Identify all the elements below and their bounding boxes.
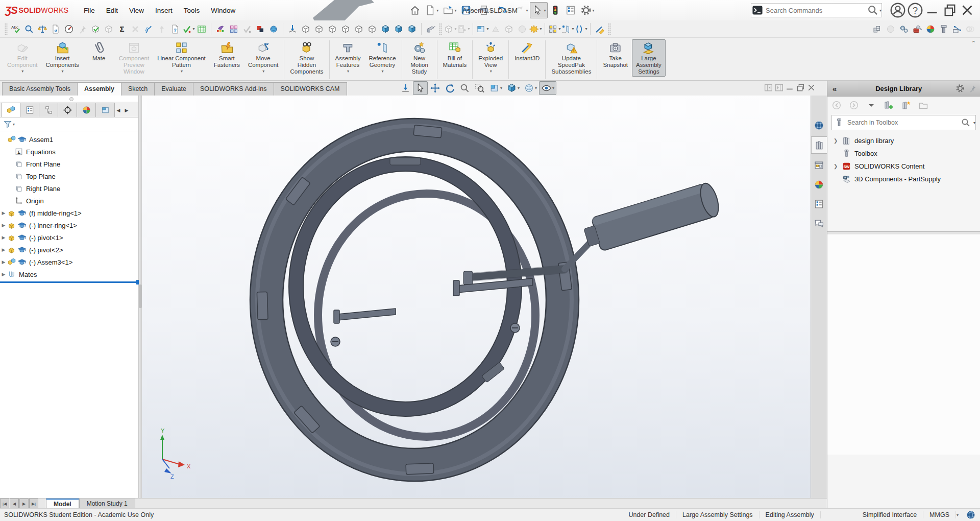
expand-chevron-icon[interactable]: ▶ [0,223,7,228]
toolbar-drag-grip[interactable] [608,23,611,35]
undercut-analysis-button[interactable] [502,22,516,36]
close-graphics-button[interactable] [806,82,817,93]
create-new-folder-button[interactable] [918,100,928,110]
minimize-graphics-button[interactable] [785,82,795,93]
sphere-tool-button[interactable] [884,22,897,36]
bill-of-materials-button[interactable]: Bill ofMaterials [439,39,471,70]
tab-nav-1-button[interactable]: ◀ [10,499,19,509]
tree-item-assem1[interactable]: Assem1 [0,133,138,146]
help-button[interactable]: ? [906,3,924,18]
apply-scene-button[interactable] [424,22,437,36]
tab-basic-assembly-tools[interactable]: Basic Assembly Tools [2,82,78,96]
tree-item-pivot-2[interactable]: ▶(-) pivot<2> [0,244,138,256]
manager-tab-featuremanager[interactable] [1,103,20,117]
menu-view[interactable]: View [124,0,150,20]
print-dropdown-icon[interactable]: ▾ [490,8,492,13]
hide-component-button[interactable]: ▾ [444,22,457,36]
menu-insert[interactable]: Insert [150,0,178,20]
view-orientation-button[interactable]: ▾ [504,81,522,95]
tree-item-front-plane[interactable]: Front Plane [0,158,138,170]
design-checker-button[interactable]: ▾ [182,22,195,36]
undo-button[interactable]: ▾ [494,2,512,18]
tree-item-mates[interactable]: ▶Mates [0,268,138,280]
toolbar-drag-grip[interactable] [439,23,442,35]
view-right-button[interactable] [339,22,352,36]
taskpane-comments-button[interactable] [812,215,827,231]
section-view-dropdown-icon[interactable]: ▾ [500,86,502,90]
appearances-button[interactable] [214,22,227,36]
verification-check-button[interactable] [89,22,102,36]
undo-dropdown-icon[interactable]: ▾ [508,8,510,13]
tab-sketch[interactable]: Sketch [121,82,155,96]
3d-views-button[interactable] [267,22,280,36]
edit-component-dropdown-icon[interactable]: ▾ [21,69,23,74]
home-button[interactable] [407,2,423,18]
gears-tool-button[interactable] [897,22,911,36]
sensor-button[interactable] [76,22,89,36]
status-simplified-interface[interactable]: Simplified Interface [856,511,923,518]
dropdown-button[interactable] [866,100,876,110]
redo-dropdown-icon[interactable]: ▾ [526,8,528,13]
user-account-button[interactable] [889,3,906,18]
expand-chevron-icon[interactable]: ▶ [0,272,7,277]
close-button[interactable] [959,3,976,18]
search-dropdown-icon[interactable]: ▾ [879,8,881,13]
file-properties-button[interactable] [563,2,578,18]
view-bottom-button[interactable] [365,22,379,36]
view-front-button[interactable] [299,22,312,36]
filter-funnel-icon[interactable] [3,120,12,129]
view-isometric-button[interactable] [379,22,392,36]
equations-button[interactable]: Σ [115,22,129,36]
tree-item-assem3-1[interactable]: ▶(-) Assem3<1> [0,256,138,268]
tree-item-pivot-1[interactable]: ▶(-) pivot<1> [0,231,138,244]
tab-nav-2-button[interactable]: ▶ [19,499,29,509]
menu-tools[interactable]: Tools [178,0,206,20]
reference-geometry-button[interactable]: ▾ [561,22,574,36]
tree-item-origin[interactable]: Origin [0,195,138,207]
smart-fasteners-button[interactable]: SmartFasteners [210,39,244,70]
view-settings-button[interactable]: ▾ [476,22,489,36]
taskpane-design-library-button[interactable] [811,136,827,154]
manager-tab-cam-feature-tree[interactable] [95,103,115,117]
tab-motion-study-1[interactable]: Motion Study 1 [79,499,135,509]
insert-components-dropdown-icon[interactable]: ▾ [62,69,64,74]
exploded-view-dropdown-icon[interactable]: ▾ [490,69,492,74]
rotate-view-button[interactable] [443,81,457,95]
hide-show-items-button[interactable]: ▾ [539,81,556,95]
large-assembly-settings-button[interactable]: LargeAssemblySettings [632,39,666,77]
assembly-features-button[interactable]: AssemblyFeatures▾ [331,39,365,75]
previous-manager-tab-icon[interactable]: ◀ [114,103,122,117]
toolbox-blocks-button[interactable] [871,22,884,36]
geometry-analysis-button[interactable] [102,22,115,36]
reference-geometry-dropdown-icon[interactable]: ▾ [381,69,383,74]
tree-item-right-plane[interactable]: Right Plane [0,182,138,195]
add-to-library-button[interactable] [884,100,894,110]
find-replace-button[interactable] [22,22,36,36]
reference-geometry-dropdown-icon[interactable]: ▾ [572,27,574,31]
units-dropdown-icon[interactable]: ▾ [957,513,959,517]
minimize-button[interactable] [924,3,941,18]
save-dropdown-icon[interactable]: ▾ [472,8,474,13]
panel-options-gear-icon[interactable] [955,84,965,93]
library-item-toolbox[interactable]: Toolbox [827,147,980,160]
view-trimetric-button[interactable] [392,22,405,36]
library-item-3d-components-partsupply[interactable]: 3D Components - PartSupply [827,173,980,185]
component-pattern-dropdown-icon[interactable]: ▾ [558,27,560,31]
check-document-button[interactable]: ? [168,22,182,36]
parting-line-analysis-button[interactable] [516,22,529,36]
expand-chevron-icon[interactable]: ❯ [834,138,842,144]
verify-button[interactable] [240,22,254,36]
open-document-dropdown-icon[interactable]: ▾ [454,8,456,13]
linear-component-pattern-button[interactable]: Linear ComponentPattern▾ [153,39,210,75]
textures-button[interactable] [227,22,240,36]
tab-solidworks-cam[interactable]: SOLIDWORKS CAM [274,82,347,96]
panel-resize-grip[interactable] [69,97,74,101]
toolbox-search-input[interactable] [846,119,959,127]
new-document-button[interactable]: ▾ [423,2,440,18]
orientation-arrow-button[interactable] [398,81,413,95]
tab-solidworks-add-ins[interactable]: SOLIDWORKS Add-Ins [193,82,274,96]
toolbar-drag-grip[interactable] [5,23,8,35]
new-document-dropdown-icon[interactable]: ▾ [436,8,438,13]
restore-graphics-button[interactable] [795,82,806,93]
view-top-button[interactable] [352,22,365,36]
